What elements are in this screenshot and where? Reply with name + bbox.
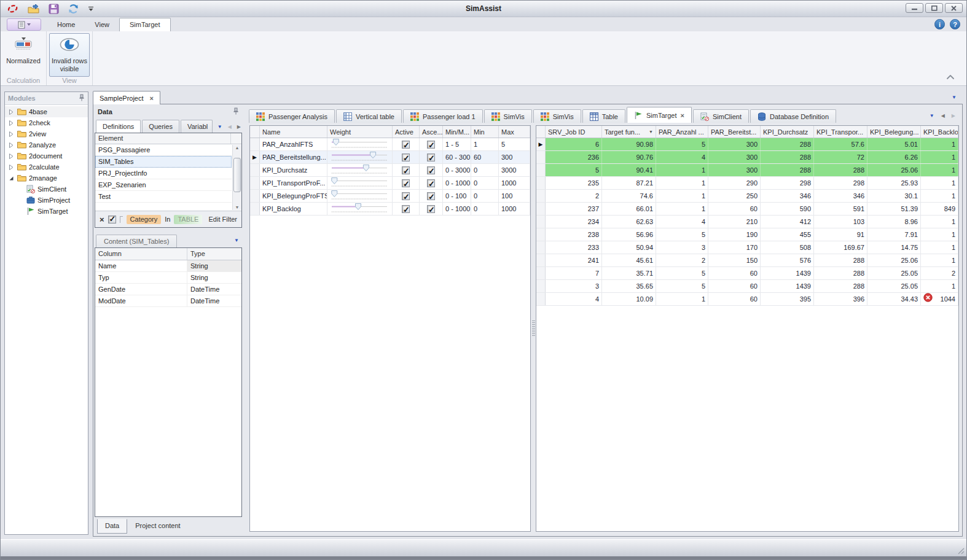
tree-expander-icon[interactable] (8, 154, 15, 159)
view-tab-simclient[interactable]: SimClient (693, 109, 749, 123)
results-cell[interactable]: 25.93 (867, 177, 921, 189)
customize-dropdown-icon[interactable] (88, 6, 94, 12)
results-cell[interactable]: 62.63 (602, 216, 656, 228)
results-cell[interactable]: 300 (708, 151, 761, 163)
weight-cell-max[interactable]: 5 (499, 138, 530, 150)
results-cell[interactable]: 1 (921, 254, 958, 266)
results-cell[interactable]: 60 (708, 293, 761, 305)
results-table-row[interactable]: ▶690.98530028857.65.011 (536, 138, 958, 151)
ascending-checkbox[interactable] (427, 166, 435, 174)
results-cell[interactable]: 50.94 (602, 241, 656, 254)
view-tab-simtarget[interactable]: SimTarget× (627, 107, 692, 123)
view-tabs-scroll-left-icon[interactable]: ◀ (941, 113, 945, 119)
results-cell[interactable]: 1 (656, 177, 708, 189)
tab-variables[interactable]: Variabl (181, 120, 213, 133)
edit-filter-link[interactable]: Edit Filter (209, 216, 237, 223)
content-cell-type[interactable]: String (187, 272, 241, 283)
ascending-checkbox-cell[interactable] (420, 190, 443, 202)
results-cell[interactable]: 56.96 (602, 228, 656, 241)
content-table-row[interactable]: ModDateDateTime (95, 295, 241, 307)
results-cell[interactable]: 5 (656, 138, 708, 150)
weight-cell-min[interactable]: 0 (471, 177, 499, 189)
active-checkbox[interactable] (402, 179, 410, 187)
results-cell[interactable]: 849 (921, 203, 958, 215)
tree-item-simtarget[interactable]: SimTarget (5, 206, 88, 217)
results-cell[interactable]: 4 (656, 216, 708, 228)
results-cell[interactable]: 590 (761, 203, 814, 215)
weight-table-row[interactable]: KPI_Backlog0 - 100001000 (250, 203, 530, 216)
view-tab-database-definition[interactable]: Database Definition (750, 109, 836, 123)
results-cell[interactable]: 288 (761, 138, 814, 150)
weight-slider[interactable] (327, 164, 393, 176)
results-cell[interactable]: 288 (814, 164, 867, 176)
weight-cell-max[interactable]: 100 (499, 190, 530, 202)
results-cell[interactable]: 51.39 (867, 203, 921, 215)
results-cell[interactable]: 396 (814, 293, 867, 305)
results-cell[interactable]: 1 (921, 164, 958, 176)
view-tabs-scroll-right-icon[interactable]: ▶ (952, 113, 955, 119)
results-cell[interactable]: 66.01 (602, 203, 656, 215)
results-cell[interactable]: 90.76 (602, 151, 656, 163)
tab-list-dropdown-icon[interactable]: ▼ (217, 124, 222, 130)
weight-cell-range[interactable]: 0 - 1000 (443, 177, 471, 189)
results-cell[interactable]: 1439 (761, 280, 814, 292)
ascending-checkbox[interactable] (427, 141, 435, 149)
results-cell[interactable]: 170 (708, 241, 761, 254)
results-cell[interactable]: 1 (921, 151, 958, 163)
document-list-dropdown-icon[interactable]: ▼ (952, 95, 957, 100)
results-cell[interactable]: 5 (656, 267, 708, 279)
results-cell[interactable]: 346 (814, 190, 867, 202)
view-tab-dropdown-icon[interactable]: ▼ (930, 113, 934, 119)
scrollbar-thumb[interactable] (233, 158, 241, 192)
results-cell[interactable]: 250 (708, 190, 761, 202)
column-header[interactable]: Name (260, 126, 327, 138)
results-cell[interactable]: 25.06 (867, 254, 921, 266)
ribbon-collapse-icon[interactable] (945, 73, 955, 82)
active-checkbox[interactable] (402, 205, 410, 213)
active-checkbox-cell[interactable] (393, 151, 420, 163)
content-cell-column[interactable]: Typ (95, 272, 187, 283)
results-cell[interactable]: 10.09 (602, 293, 656, 305)
tree-item-4base[interactable]: 4base (5, 106, 88, 117)
column-header[interactable]: KPI_Belegung... (867, 126, 921, 138)
results-cell[interactable]: 288 (814, 267, 867, 279)
results-cell[interactable]: 238 (546, 228, 602, 241)
results-cell[interactable]: 233 (546, 241, 602, 254)
refresh-icon[interactable] (68, 4, 79, 14)
results-table-row[interactable]: 23856.965190455917.911 (536, 228, 958, 241)
results-cell[interactable]: 1 (656, 203, 708, 215)
results-cell[interactable]: 169.67 (814, 241, 867, 254)
column-header[interactable]: PAR_Bereitst... (708, 126, 761, 138)
weight-cell-range[interactable]: 1 - 5 (443, 138, 471, 150)
results-cell[interactable]: 236 (546, 151, 602, 163)
app-menu-button[interactable] (7, 18, 41, 31)
content-column-header[interactable]: Column (95, 248, 187, 260)
scroll-down-icon[interactable]: ▼ (235, 205, 240, 209)
results-cell[interactable]: 395 (761, 293, 814, 305)
active-checkbox-cell[interactable] (393, 164, 420, 176)
ascending-checkbox[interactable] (427, 179, 435, 187)
tree-item-2analyze[interactable]: 2analyze (5, 139, 88, 150)
element-list-item[interactable]: EXP_Szenarien (95, 179, 232, 191)
open-icon[interactable] (28, 4, 39, 14)
view-tab-simvis[interactable]: SimVis (533, 109, 581, 123)
weight-cell-max[interactable]: 1000 (499, 177, 530, 189)
results-cell[interactable]: 60 (708, 280, 761, 292)
active-checkbox-cell[interactable] (393, 138, 420, 150)
tree-item-simclient[interactable]: SimClient (5, 184, 88, 195)
results-cell[interactable]: 235 (546, 177, 602, 189)
column-header[interactable]: Min/M... (443, 126, 471, 138)
weight-cell-min[interactable]: 1 (471, 138, 499, 150)
column-header[interactable]: KPI_Transpor... (814, 126, 867, 138)
results-cell[interactable]: 1 (921, 177, 958, 189)
results-cell[interactable]: 25.05 (867, 280, 921, 292)
ascending-checkbox-cell[interactable] (420, 177, 443, 189)
pin-icon[interactable] (233, 107, 239, 116)
ribbon-tab-view[interactable]: View (85, 18, 119, 31)
results-cell[interactable]: 2 (656, 254, 708, 266)
results-cell[interactable]: 57.6 (814, 138, 867, 150)
tree-item-2document[interactable]: 2document (5, 150, 88, 161)
results-cell[interactable]: 1 (656, 190, 708, 202)
content-column-header[interactable]: Type (187, 248, 241, 260)
info-button[interactable]: i (934, 19, 945, 29)
